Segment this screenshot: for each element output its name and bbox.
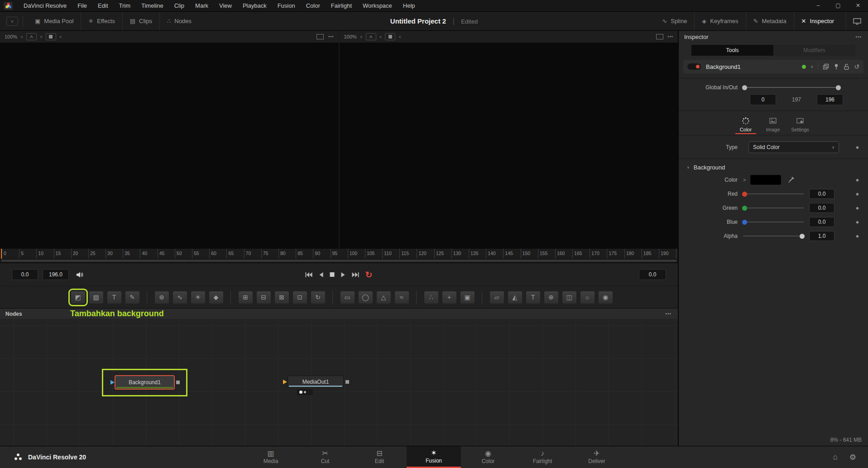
ellipse-mask-tool-button[interactable]: ◯ [359, 291, 373, 304]
shape-3d-tool-button[interactable]: ◭ [508, 291, 522, 304]
gear-icon[interactable]: ⚙ [849, 453, 856, 462]
resolve-pages-icon[interactable] [14, 453, 23, 462]
chevron-down-icon[interactable]: ∨ [810, 65, 813, 69]
maximize-button[interactable]: ▢ [828, 0, 848, 11]
dual-screen-button[interactable] [846, 12, 862, 30]
global-range-slider[interactable] [743, 87, 840, 88]
minimize-button[interactable]: – [808, 0, 828, 11]
rectangle-mask-tool-button[interactable]: ▭ [340, 291, 355, 304]
home-icon[interactable]: ⌂ [833, 453, 837, 462]
effects-button[interactable]: ✳Effects [81, 12, 122, 30]
particle-render-tool-button[interactable]: ▣ [460, 291, 475, 304]
tab-modifiers[interactable]: Modifiers [773, 45, 855, 56]
text-plus-tool-button[interactable]: T [107, 291, 121, 304]
loop-button[interactable]: ↻ [365, 270, 373, 279]
channel-select[interactable]: A [366, 33, 376, 40]
transform-tool-button[interactable]: ↻ [311, 291, 325, 304]
current-time-field[interactable]: 0.0 [639, 269, 666, 280]
node-input-icon[interactable] [283, 380, 287, 384]
keyframe-diamond-icon[interactable]: ◆ [856, 220, 859, 224]
polygon-mask-tool-button[interactable]: △ [377, 291, 391, 304]
go-to-end-button[interactable] [352, 272, 360, 278]
stop-button[interactable] [330, 272, 335, 277]
menu-edit[interactable]: Edit [92, 2, 113, 9]
nodes-options-menu[interactable]: ••• [665, 311, 671, 316]
red-value-field[interactable]: 0.0 [809, 189, 834, 199]
menu-help[interactable]: Help [398, 2, 421, 9]
keyframes-button[interactable]: ◈Keyframes [694, 12, 745, 30]
alpha-value-field[interactable]: 1.0 [809, 231, 834, 241]
page-fairlight[interactable]: ♪Fairlight [515, 446, 570, 468]
expand-icon[interactable]: > [743, 177, 746, 183]
node-color-dot[interactable] [802, 65, 806, 69]
menu-fusion[interactable]: Fusion [272, 2, 301, 9]
page-deliver[interactable]: ✈Deliver [570, 446, 624, 468]
play-reverse-button[interactable] [319, 272, 324, 278]
keyframe-diamond-icon[interactable]: ◆ [856, 178, 859, 182]
menu-clip[interactable]: Clip [169, 2, 190, 9]
color-curves-tool-button[interactable]: ∿ [173, 291, 187, 304]
type-dropdown[interactable]: Solid Color ∨ [748, 141, 839, 153]
slider-handle[interactable] [742, 220, 747, 225]
media-pool-button[interactable]: ▣Media Pool [28, 12, 81, 30]
background-section-header[interactable]: ∨ Background [687, 164, 868, 171]
menu-trim[interactable]: Trim [114, 2, 136, 9]
metadata-button[interactable]: ✎Metadata [746, 12, 794, 30]
node-graph[interactable]: Background1 MediaOut1 [0, 319, 678, 446]
menu-davinci-resolve[interactable]: DaVinci Resolve [18, 2, 72, 9]
menu-timeline[interactable]: Timeline [136, 2, 169, 9]
blue-value-field[interactable]: 0.0 [809, 217, 834, 227]
node-enable-toggle[interactable] [687, 63, 701, 70]
particle-emitter-tool-button[interactable]: ∴ [424, 291, 438, 304]
fast-noise-tool-button[interactable]: ▨ [89, 291, 103, 304]
viewer-right-canvas[interactable] [340, 43, 678, 248]
blur-tool-button[interactable]: ◆ [209, 291, 223, 304]
menu-color[interactable]: Color [301, 2, 326, 9]
color-mode-select[interactable] [385, 33, 395, 40]
node-input-icon[interactable] [110, 380, 115, 385]
menu-fairlight[interactable]: Fairlight [326, 2, 357, 9]
menu-view[interactable]: View [214, 2, 237, 9]
nodes-button[interactable]: ∴Nodes [159, 12, 199, 30]
timeline-scrollbar[interactable] [0, 259, 678, 263]
matte-control-tool-button[interactable]: ⊡ [293, 291, 307, 304]
slider-handle[interactable] [742, 192, 747, 197]
brightness-contrast-tool-button[interactable]: ☀ [191, 291, 205, 304]
image-plane-3d-tool-button[interactable]: ▱ [490, 291, 504, 304]
speaker-icon[interactable] [76, 271, 84, 278]
blue-slider[interactable] [743, 222, 804, 222]
versions-icon[interactable] [823, 63, 829, 70]
tab-tools[interactable]: Tools [691, 45, 773, 56]
node-output-icon[interactable] [176, 381, 180, 384]
lock-icon[interactable] [844, 63, 849, 70]
go-to-start-button[interactable] [305, 272, 313, 278]
text-3d-tool-button[interactable]: T [526, 291, 540, 304]
particle-transform-tool-button[interactable]: + [442, 291, 456, 304]
global-out-field[interactable]: 196 [817, 94, 843, 105]
eyedropper-icon[interactable] [787, 177, 794, 183]
spot-light-tool-button[interactable]: ☼ [580, 291, 595, 304]
tab-color[interactable]: Color [732, 116, 759, 134]
menu-workspace[interactable]: Workspace [357, 2, 398, 9]
range-in-handle[interactable] [742, 85, 747, 90]
merge-3d-tool-button[interactable]: ⊕ [544, 291, 558, 304]
render-in-field[interactable]: 0.0 [12, 269, 38, 280]
range-out-handle[interactable] [836, 85, 841, 90]
keyframe-diamond-icon[interactable]: ◆ [856, 145, 859, 150]
close-button[interactable]: ✕ [848, 0, 868, 11]
menu-playback[interactable]: Playback [237, 2, 272, 9]
color-swatch[interactable] [750, 175, 781, 185]
page-cut[interactable]: ✂Cut [298, 446, 352, 468]
node-mediaout1[interactable]: MediaOut1 [288, 376, 344, 388]
paint-tool-button[interactable]: ✎ [125, 291, 139, 304]
frame-format-icon[interactable] [317, 34, 324, 39]
inspector-button[interactable]: ✕Inspector [794, 12, 841, 30]
play-button[interactable] [341, 272, 346, 278]
viewer-options-menu[interactable]: ••• [328, 34, 334, 39]
background-tool-button[interactable]: ◩ [71, 291, 85, 304]
pin-icon[interactable] [834, 63, 839, 70]
menu-mark[interactable]: Mark [190, 2, 214, 9]
node-background1[interactable]: Background1 [115, 375, 175, 390]
channel-select[interactable]: A [26, 33, 37, 40]
render-out-field[interactable]: 196.0 [43, 269, 69, 280]
